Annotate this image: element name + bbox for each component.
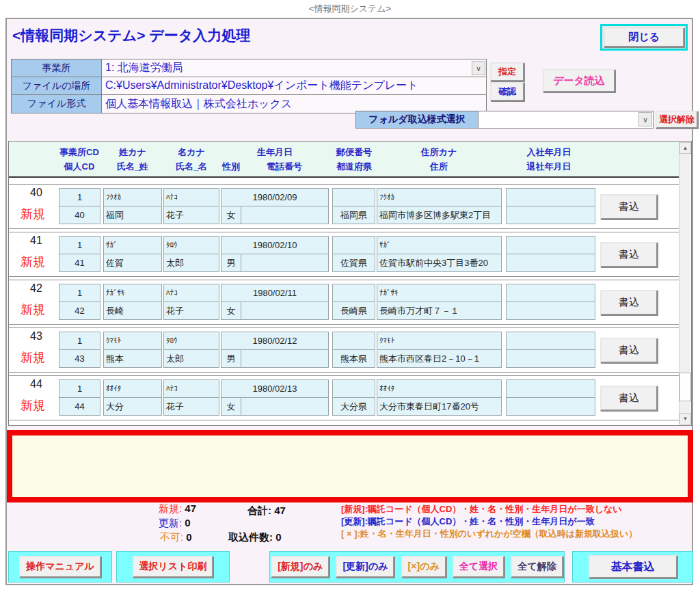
leave-date-cell[interactable]: [506, 397, 595, 416]
sei-cell[interactable]: 大分: [103, 397, 162, 416]
person-cd-cell[interactable]: 44: [59, 397, 100, 416]
data-load-button[interactable]: データ読込: [543, 69, 615, 92]
sei-kana-cell[interactable]: ﾅｶﾞｻｷ: [103, 284, 162, 302]
addr-kana-cell[interactable]: ｻｶﾞ: [377, 236, 502, 254]
phone-cell[interactable]: [241, 206, 329, 224]
hire-date-cell[interactable]: [506, 284, 595, 302]
chevron-down-icon[interactable]: ∨: [472, 61, 485, 75]
pref-cell[interactable]: 熊本県: [332, 349, 375, 368]
addr-cell[interactable]: 大分市東春日町17番20号: [377, 397, 502, 416]
print-list-button[interactable]: 選択リスト印刷: [133, 556, 214, 578]
leave-date-cell[interactable]: [506, 254, 595, 272]
gender-cell[interactable]: 男: [221, 349, 241, 368]
office-cd-cell[interactable]: 1: [59, 332, 100, 350]
birth-cell[interactable]: 1980/02/13: [221, 379, 329, 398]
specify-button[interactable]: 指定: [490, 62, 524, 81]
postal-cell[interactable]: [332, 284, 375, 302]
write-button[interactable]: 書込: [600, 386, 658, 411]
office-cd-cell[interactable]: 1: [59, 188, 100, 206]
vertical-scrollbar[interactable]: ▲ ▼: [679, 142, 690, 425]
postal-cell[interactable]: [332, 379, 375, 398]
mei-kana-cell[interactable]: ﾀﾛｳ: [163, 332, 219, 350]
chevron-down-icon[interactable]: ∨: [638, 112, 652, 126]
addr-kana-cell[interactable]: ｸﾏﾓﾄ: [377, 332, 502, 350]
postal-cell[interactable]: [332, 236, 375, 254]
filter-update-button[interactable]: [更新]のみ: [336, 556, 394, 578]
office-select[interactable]: 1: 北海道労働局 ∨: [102, 59, 486, 77]
manual-button[interactable]: 操作マニュアル: [19, 556, 101, 578]
basic-write-button[interactable]: 基本書込: [589, 555, 677, 578]
addr-cell[interactable]: 熊本市西区春日2－10－1: [377, 349, 502, 368]
person-cd-cell[interactable]: 41: [59, 254, 100, 272]
pref-cell[interactable]: 長崎県: [332, 301, 375, 320]
filter-new-button[interactable]: [新規]のみ: [271, 556, 329, 578]
person-cd-cell[interactable]: 42: [59, 301, 100, 320]
pref-cell[interactable]: 大分県: [332, 397, 375, 416]
clear-selection-button[interactable]: 選択解除: [656, 111, 698, 129]
filter-x-button[interactable]: [×]のみ: [401, 556, 446, 578]
postal-cell[interactable]: [332, 188, 375, 206]
clear-all-button[interactable]: 全て解除: [511, 556, 563, 578]
confirm-button[interactable]: 確認: [490, 82, 524, 101]
leave-date-cell[interactable]: [506, 206, 595, 224]
gender-cell[interactable]: 男: [221, 254, 241, 272]
write-button[interactable]: 書込: [600, 242, 658, 267]
sei-kana-cell[interactable]: ｵｵｲﾀ: [103, 379, 162, 398]
addr-cell[interactable]: 佐賀市駅前中央3丁目3番20: [377, 254, 502, 272]
postal-cell[interactable]: [332, 332, 375, 350]
mei-cell[interactable]: 花子: [163, 206, 219, 224]
sei-cell[interactable]: 長崎: [103, 301, 162, 320]
mei-kana-cell[interactable]: ﾀﾛｳ: [163, 236, 219, 254]
mei-kana-cell[interactable]: ﾊﾅｺ: [163, 188, 219, 206]
write-button[interactable]: 書込: [600, 338, 658, 363]
scrollbar-thumb[interactable]: [679, 373, 691, 401]
scroll-down-icon[interactable]: ▼: [679, 413, 691, 425]
sei-cell[interactable]: 福岡: [103, 206, 162, 224]
gender-cell[interactable]: 女: [221, 206, 241, 224]
addr-cell[interactable]: 長崎市万才町７－１: [377, 301, 502, 320]
sei-cell[interactable]: 佐賀: [103, 254, 162, 272]
mei-cell[interactable]: 太郎: [163, 254, 219, 272]
phone-cell[interactable]: [241, 349, 329, 368]
birth-cell[interactable]: 1980/02/09: [221, 188, 329, 206]
phone-cell[interactable]: [241, 301, 329, 320]
mei-kana-cell[interactable]: ﾊﾅｺ: [163, 379, 219, 398]
mei-cell[interactable]: 花子: [163, 301, 219, 320]
birth-cell[interactable]: 1980/02/10: [221, 236, 329, 254]
folder-format-select[interactable]: ∨: [479, 111, 654, 129]
sei-kana-cell[interactable]: ｸﾏﾓﾄ: [103, 332, 162, 350]
mei-cell[interactable]: 花子: [163, 397, 219, 416]
sei-kana-cell[interactable]: ﾌｸｵｶ: [103, 188, 162, 206]
hire-date-cell[interactable]: [506, 379, 595, 398]
mei-cell[interactable]: 太郎: [163, 349, 219, 368]
birth-cell[interactable]: 1980/02/12: [221, 332, 329, 350]
gender-cell[interactable]: 女: [221, 397, 241, 416]
phone-cell[interactable]: [241, 254, 329, 272]
pref-cell[interactable]: 福岡県: [332, 206, 375, 224]
hire-date-cell[interactable]: [506, 236, 595, 254]
scroll-up-icon[interactable]: ▲: [679, 142, 691, 154]
mei-kana-cell[interactable]: ﾊﾅｺ: [163, 284, 219, 302]
office-cd-cell[interactable]: 1: [59, 236, 100, 254]
office-cd-cell[interactable]: 1: [59, 379, 100, 398]
select-all-button[interactable]: 全て選択: [453, 556, 504, 578]
addr-kana-cell[interactable]: ｵｵｲﾀ: [377, 379, 502, 398]
leave-date-cell[interactable]: [506, 301, 595, 320]
pref-cell[interactable]: 佐賀県: [332, 254, 375, 272]
phone-cell[interactable]: [241, 397, 329, 416]
sei-kana-cell[interactable]: ｻｶﾞ: [103, 236, 162, 254]
birth-cell[interactable]: 1980/02/11: [221, 284, 329, 302]
addr-cell[interactable]: 福岡市博多区博多駅東2丁目: [377, 206, 502, 224]
sei-cell[interactable]: 熊本: [103, 349, 162, 368]
addr-kana-cell[interactable]: ﾌｸｵｶ: [377, 188, 502, 206]
person-cd-cell[interactable]: 43: [59, 349, 100, 368]
write-button[interactable]: 書込: [600, 194, 658, 219]
write-button[interactable]: 書込: [600, 290, 658, 315]
gender-cell[interactable]: 女: [221, 301, 241, 320]
person-cd-cell[interactable]: 40: [59, 206, 100, 224]
office-cd-cell[interactable]: 1: [59, 284, 100, 302]
leave-date-cell[interactable]: [506, 349, 595, 368]
close-button[interactable]: 閉じる: [604, 27, 684, 47]
hire-date-cell[interactable]: [506, 332, 595, 350]
addr-kana-cell[interactable]: ﾅｶﾞｻｷ: [377, 284, 502, 302]
